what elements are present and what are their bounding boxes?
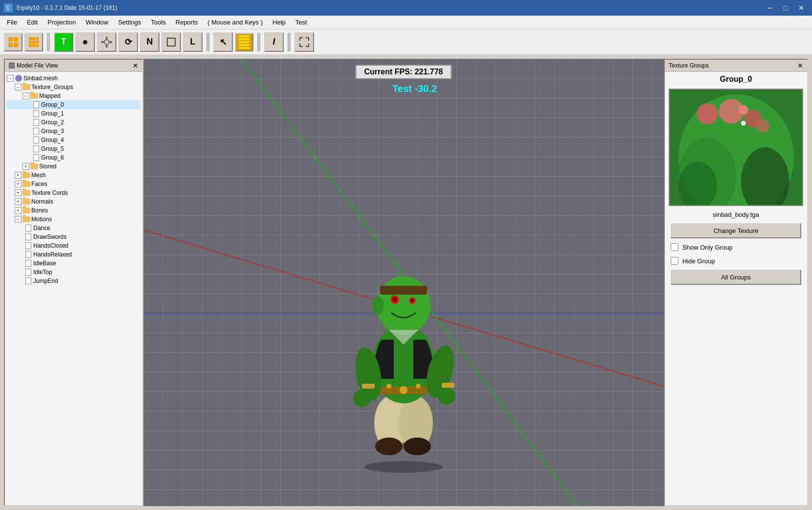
idletop-file-icon bbox=[24, 269, 32, 276]
tree-item-root[interactable]: − Sinbad.mesh bbox=[7, 74, 140, 83]
show-only-group-checkbox[interactable] bbox=[671, 243, 678, 251]
normals-expander[interactable]: + bbox=[15, 198, 22, 205]
title-bar: E Equity10 - 0.3.7.1 Date 15-01-17 (181)… bbox=[0, 0, 812, 16]
sphere-button[interactable]: ● bbox=[75, 32, 95, 52]
handsrelaxed-label: HandsRelaxed bbox=[33, 251, 72, 258]
texture-cords-expander[interactable]: + bbox=[15, 189, 22, 196]
tree-item-group0[interactable]: Group_0 bbox=[7, 100, 140, 109]
handsrelaxed-file-icon bbox=[24, 251, 32, 258]
svg-point-36 bbox=[416, 384, 421, 389]
hide-group-checkbox[interactable] bbox=[671, 257, 678, 265]
mesh-expander[interactable]: + bbox=[15, 172, 22, 179]
tree-item-idlebase[interactable]: IdleBase bbox=[7, 259, 140, 268]
maximize-button[interactable]: □ bbox=[779, 2, 792, 14]
menu-test[interactable]: Test bbox=[291, 17, 312, 28]
faces-expander[interactable]: + bbox=[15, 181, 22, 187]
group6-file-icon bbox=[32, 154, 40, 161]
menu-tools[interactable]: Tools bbox=[146, 17, 170, 28]
tree-item-jumpend[interactable]: JumpEnd bbox=[7, 277, 140, 285]
motions-label: Motions bbox=[31, 216, 52, 223]
tree-item-group3[interactable]: Group_3 bbox=[7, 127, 140, 136]
menu-window[interactable]: Window bbox=[81, 17, 113, 28]
text-mode-button[interactable]: T bbox=[54, 32, 73, 52]
model-panel-title: Model File View bbox=[17, 62, 58, 69]
texture-preview-svg bbox=[670, 90, 802, 205]
tree-item-drawswords[interactable]: DrawSwords bbox=[7, 232, 140, 241]
tree-item-handsclosed[interactable]: HandsClosed bbox=[7, 241, 140, 250]
tree-item-handsrelaxed[interactable]: HandsRelaxed bbox=[7, 250, 140, 259]
grid4-button[interactable] bbox=[4, 33, 23, 51]
tree-item-mesh[interactable]: + Mesh bbox=[7, 171, 140, 180]
faces-folder-icon bbox=[23, 181, 30, 187]
tree-item-group6[interactable]: Group_6 bbox=[7, 153, 140, 162]
rotate-button[interactable]: ⟳ bbox=[118, 32, 138, 52]
node-button[interactable] bbox=[97, 32, 116, 52]
tree-item-mapped[interactable]: − Mapped bbox=[7, 92, 140, 100]
tree-item-group5[interactable]: Group_5 bbox=[7, 144, 140, 153]
file-tree[interactable]: − Sinbad.mesh − Texture_Groups − Mapped bbox=[5, 72, 142, 505]
svg-rect-32 bbox=[380, 286, 427, 295]
menu-mouse-keys[interactable]: ( Mouse and Keys ) bbox=[203, 17, 268, 28]
tree-item-motions[interactable]: − Motions bbox=[7, 215, 140, 224]
tree-item-idletop[interactable]: IdleTop bbox=[7, 268, 140, 277]
lasso-button[interactable]: L bbox=[183, 32, 203, 52]
info-button[interactable]: I bbox=[264, 32, 284, 52]
jumpend-file-icon bbox=[24, 278, 32, 284]
texture-panel-close[interactable]: ✕ bbox=[797, 62, 803, 70]
svg-point-3 bbox=[101, 41, 103, 43]
texture-groups-folder-icon bbox=[23, 84, 30, 91]
menu-file[interactable]: File bbox=[2, 17, 22, 28]
mesh-folder-icon bbox=[23, 172, 30, 179]
change-texture-button[interactable]: Change Texture bbox=[671, 223, 801, 238]
model-panel-close[interactable]: ✕ bbox=[133, 62, 138, 70]
tree-item-bones[interactable]: + Bones bbox=[7, 206, 140, 215]
root-expander[interactable]: − bbox=[7, 75, 14, 82]
menu-edit[interactable]: Edit bbox=[22, 17, 43, 28]
tree-item-stored[interactable]: + Stored bbox=[7, 162, 140, 171]
tree-item-texture-groups[interactable]: − Texture_Groups bbox=[7, 83, 140, 92]
mapped-label: Mapped bbox=[39, 93, 60, 99]
menu-projection[interactable]: Projection bbox=[43, 17, 81, 28]
texture-preview bbox=[669, 89, 803, 206]
tree-item-normals[interactable]: + Normals bbox=[7, 197, 140, 206]
all-groups-button[interactable]: All Groups bbox=[671, 270, 801, 285]
expand-button[interactable] bbox=[294, 32, 314, 52]
group4-label: Group_4 bbox=[41, 137, 64, 143]
character-svg bbox=[335, 242, 472, 477]
tree-item-texture-cords[interactable]: + Texture Cords bbox=[7, 188, 140, 197]
viewport[interactable]: Current FPS: 221.778 Test -30.2 bbox=[143, 59, 664, 506]
texture-groups-expander[interactable]: − bbox=[15, 84, 22, 91]
mapped-expander[interactable]: − bbox=[23, 93, 29, 99]
stored-folder-icon bbox=[30, 163, 38, 170]
bones-expander[interactable]: + bbox=[15, 207, 22, 214]
close-button[interactable]: ✕ bbox=[794, 2, 808, 14]
tree-item-faces[interactable]: + Faces bbox=[7, 180, 140, 188]
svg-point-23 bbox=[353, 390, 371, 407]
hide-group-row: Hide Group bbox=[665, 254, 807, 268]
minimize-button[interactable]: ─ bbox=[763, 2, 777, 14]
jumpend-label: JumpEnd bbox=[33, 278, 58, 284]
cursor-button[interactable]: ↖ bbox=[213, 32, 233, 52]
svg-point-17 bbox=[404, 438, 431, 455]
svg-point-24 bbox=[438, 387, 455, 405]
layers-button[interactable] bbox=[235, 33, 253, 51]
stored-expander[interactable]: + bbox=[23, 163, 29, 170]
normals-button[interactable]: N bbox=[140, 32, 159, 52]
tree-item-group2[interactable]: Group_2 bbox=[7, 118, 140, 127]
motions-expander[interactable]: − bbox=[15, 216, 22, 223]
menu-settings[interactable]: Settings bbox=[113, 17, 146, 28]
svg-point-40 bbox=[697, 103, 718, 124]
tree-item-group4[interactable]: Group_4 bbox=[7, 136, 140, 144]
hide-group-label: Hide Group bbox=[682, 257, 715, 265]
group6-label: Group_6 bbox=[41, 154, 64, 161]
texture-filename: sinbad_body.tga bbox=[665, 208, 807, 221]
menu-reports[interactable]: Reports bbox=[171, 17, 203, 28]
menu-help[interactable]: Help bbox=[268, 17, 291, 28]
square-select-button[interactable] bbox=[161, 32, 181, 52]
root-mesh-icon bbox=[15, 75, 23, 82]
grid9-button[interactable] bbox=[24, 33, 43, 51]
group2-file-icon bbox=[32, 119, 40, 126]
tree-item-group1[interactable]: Group_1 bbox=[7, 109, 140, 118]
model-panel-titlebar: Model File View ✕ bbox=[5, 60, 142, 72]
tree-item-dance[interactable]: Dance bbox=[7, 224, 140, 232]
